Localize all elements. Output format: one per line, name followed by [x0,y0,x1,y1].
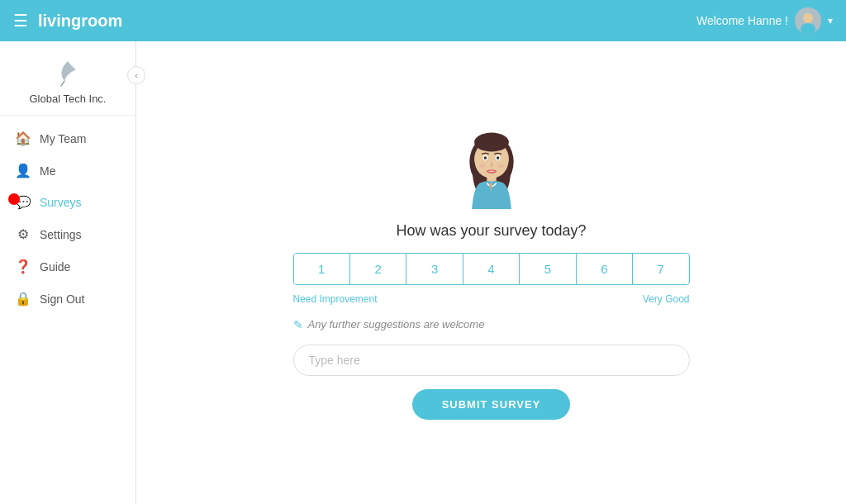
sidebar-item-surveys[interactable]: 💬 Surveys [0,187,135,218]
svg-point-1 [803,13,813,23]
rating-cell-2[interactable]: 2 [350,254,406,284]
sidebar-item-surveys-label: Surveys [40,196,82,209]
svg-point-8 [483,156,486,159]
svg-point-5 [474,132,509,151]
sidebar-item-settings-label: Settings [40,228,82,241]
suggestions-row: ✎ Any further suggestions are welcome [293,318,485,331]
company-name: Global Tech Inc. [30,93,107,105]
settings-icon: ⚙ [15,226,31,242]
sidebar-logo: Global Tech Inc. [0,41,135,116]
welcome-text: Welcome Hanne ! [696,14,788,27]
rating-cell-4[interactable]: 4 [463,254,520,284]
user-menu[interactable]: Welcome Hanne ! ▾ [696,7,833,34]
home-icon: 🏠 [15,131,31,146]
rating-row: 1234567 [293,253,690,285]
svg-point-12 [497,164,504,168]
survey-card: How was your survey today? 1234567 Need … [293,126,690,420]
rating-labels: Need Improvement Very Good [293,293,690,305]
survey-avatar [454,126,529,209]
sidebar-item-my-team[interactable]: 🏠 My Team [0,122,135,155]
rating-cell-3[interactable]: 3 [406,254,463,284]
edit-icon: ✎ [293,318,303,331]
sidebar-item-me[interactable]: 👤 Me [0,155,135,187]
suggestions-text: Any further suggestions are welcome [308,318,485,330]
submit-survey-button[interactable]: SUBMIT SURVEY [412,389,571,420]
sidebar: Global Tech Inc. ‹ 🏠 My Team 👤 Me 💬 Surv… [0,41,136,504]
sidebar-nav: 🏠 My Team 👤 Me 💬 Surveys ⚙ Settings ❓ Gu… [0,116,135,321]
main-content: How was your survey today? 1234567 Need … [136,41,846,504]
rating-cell-7[interactable]: 7 [633,254,688,284]
rating-label-high: Very Good [643,293,690,305]
sidebar-item-guide[interactable]: ❓ Guide [0,250,135,283]
hamburger-icon[interactable]: ☰ [13,11,28,31]
navbar: ☰ livingroom Welcome Hanne ! ▾ [0,0,846,41]
svg-point-11 [478,164,485,168]
survey-question: How was your survey today? [396,222,586,240]
survey-text-input[interactable] [293,345,690,376]
avatar [795,7,821,34]
lock-icon: 🔒 [15,291,31,307]
svg-point-9 [496,156,498,159]
rating-cell-6[interactable]: 6 [577,254,633,284]
guide-icon: ❓ [15,259,31,274]
sidebar-item-my-team-label: My Team [40,132,87,145]
sidebar-item-guide-label: Guide [40,260,70,273]
dropdown-arrow-icon: ▾ [828,15,833,26]
sidebar-item-sign-out-label: Sign Out [40,292,84,306]
rating-cell-5[interactable]: 5 [520,254,576,284]
surveys-badge [8,193,20,205]
sidebar-item-sign-out[interactable]: 🔒 Sign Out [0,283,135,315]
rating-label-low: Need Improvement [293,293,378,305]
main-layout: Global Tech Inc. ‹ 🏠 My Team 👤 Me 💬 Surv… [0,41,846,504]
person-icon: 👤 [15,163,31,178]
rating-cell-1[interactable]: 1 [294,254,350,284]
sidebar-item-me-label: Me [40,164,55,178]
sidebar-item-settings[interactable]: ⚙ Settings [0,218,135,250]
logo-icon [53,58,83,88]
sidebar-collapse-button[interactable]: ‹ [127,66,145,84]
brand-name: livingroom [38,12,696,31]
